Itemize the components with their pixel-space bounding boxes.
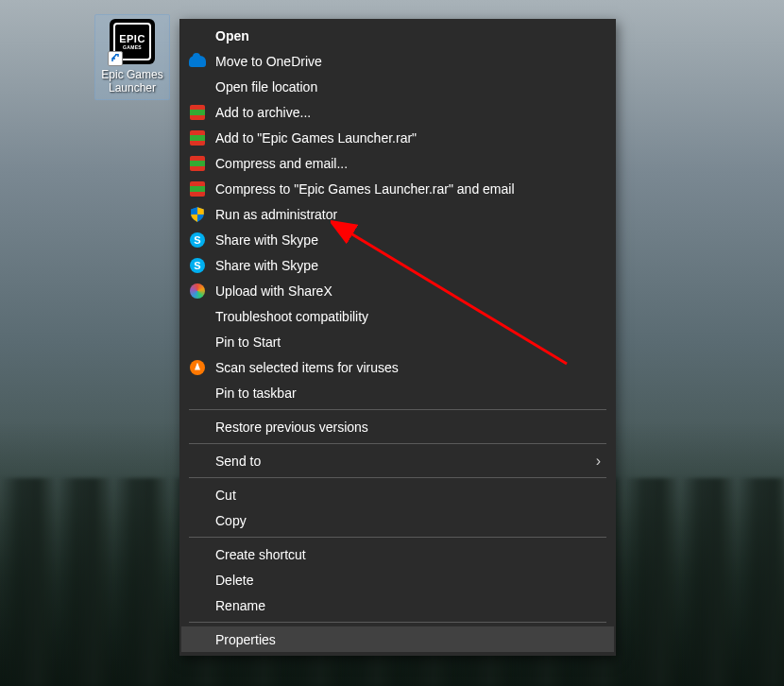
- menu-item-label: Copy: [215, 513, 247, 528]
- menu-item-add-to-epic-games-launcher-rar[interactable]: Add to "Epic Games Launcher.rar": [181, 125, 614, 150]
- menu-item-label: Send to: [215, 454, 261, 469]
- menu-item-label: Open file location: [215, 79, 317, 94]
- menu-item-label: Rename: [215, 598, 265, 613]
- menu-item-label: Upload with ShareX: [215, 283, 332, 299]
- menu-item-cut[interactable]: Cut: [181, 482, 614, 507]
- menu-item-rename[interactable]: Rename: [181, 592, 614, 618]
- menu-item-add-to-archive[interactable]: Add to archive...: [181, 99, 614, 125]
- menu-item-open[interactable]: Open: [181, 23, 614, 48]
- menu-separator: [189, 477, 606, 478]
- menu-item-label: Move to OneDrive: [215, 54, 322, 69]
- menu-item-label: Restore previous versions: [215, 420, 368, 435]
- menu-item-label: Add to archive...: [215, 105, 311, 120]
- menu-item-label: Cut: [215, 488, 236, 503]
- menu-item-label: Run as administrator: [215, 207, 337, 222]
- menu-item-upload-with-sharex[interactable]: Upload with ShareX: [181, 278, 614, 303]
- winrar-icon: [189, 129, 206, 146]
- shortcut-overlay-icon: [108, 51, 123, 66]
- epic-logo-subtext: GAMES: [123, 44, 142, 50]
- menu-item-pin-to-start[interactable]: Pin to Start: [181, 329, 614, 354]
- avast-icon: [189, 359, 206, 376]
- menu-item-delete[interactable]: Delete: [181, 567, 614, 592]
- menu-separator: [189, 443, 606, 444]
- sharex-icon: [189, 283, 206, 300]
- menu-item-compress-to-epic-games-launcher-rar-and-email[interactable]: Compress to "Epic Games Launcher.rar" an…: [181, 176, 614, 201]
- menu-item-send-to[interactable]: Send to›: [181, 448, 614, 473]
- menu-item-restore-previous-versions[interactable]: Restore previous versions: [181, 414, 614, 439]
- menu-separator: [189, 409, 606, 410]
- menu-item-label: Share with Skype: [215, 232, 318, 248]
- menu-item-label: Troubleshoot compatibility: [215, 309, 368, 324]
- menu-item-label: Add to "Epic Games Launcher.rar": [215, 130, 417, 146]
- menu-item-label: Share with Skype: [215, 258, 318, 273]
- context-menu: OpenMove to OneDriveOpen file locationAd…: [179, 19, 616, 656]
- skype-icon: S: [189, 257, 206, 274]
- menu-item-share-with-skype[interactable]: SShare with Skype: [181, 252, 614, 278]
- menu-item-label: Compress to "Epic Games Launcher.rar" an…: [215, 181, 515, 197]
- menu-item-pin-to-taskbar[interactable]: Pin to taskbar: [181, 380, 614, 405]
- epic-logo-text: EPIC: [119, 34, 145, 44]
- menu-item-label: Properties: [215, 632, 276, 647]
- menu-item-label: Create shortcut: [215, 547, 306, 562]
- menu-item-label: Delete: [215, 573, 253, 588]
- menu-item-share-with-skype[interactable]: SShare with Skype: [181, 227, 614, 252]
- menu-item-move-to-onedrive[interactable]: Move to OneDrive: [181, 48, 614, 74]
- onedrive-icon: [189, 53, 206, 70]
- menu-item-label: Compress and email...: [215, 156, 348, 171]
- epic-games-icon: EPIC GAMES: [110, 19, 155, 64]
- menu-item-label: Pin to taskbar: [215, 386, 297, 401]
- menu-item-label: Pin to Start: [215, 334, 281, 350]
- menu-separator: [189, 537, 606, 538]
- menu-item-compress-and-email[interactable]: Compress and email...: [181, 150, 614, 176]
- winrar-icon: [189, 180, 206, 197]
- menu-item-properties[interactable]: Properties: [181, 626, 614, 652]
- menu-separator: [189, 622, 606, 623]
- menu-item-open-file-location[interactable]: Open file location: [181, 74, 614, 99]
- menu-item-copy[interactable]: Copy: [181, 507, 614, 533]
- desktop-shortcut-epic-games[interactable]: EPIC GAMES Epic Games Launcher: [94, 14, 170, 100]
- menu-item-scan-selected-items-for-viruses[interactable]: Scan selected items for viruses: [181, 354, 614, 380]
- skype-icon: S: [189, 232, 206, 249]
- menu-item-label: Open: [215, 28, 249, 43]
- menu-item-troubleshoot-compatibility[interactable]: Troubleshoot compatibility: [181, 303, 614, 329]
- winrar-icon: [189, 155, 206, 172]
- uac-shield-icon: [189, 206, 206, 223]
- winrar-icon: [189, 104, 206, 121]
- menu-item-create-shortcut[interactable]: Create shortcut: [181, 541, 614, 567]
- menu-item-label: Scan selected items for viruses: [215, 360, 399, 375]
- chevron-right-icon: ›: [596, 453, 601, 470]
- menu-item-run-as-administrator[interactable]: Run as administrator: [181, 201, 614, 227]
- desktop-icon-label: Epic Games Launcher: [99, 68, 165, 95]
